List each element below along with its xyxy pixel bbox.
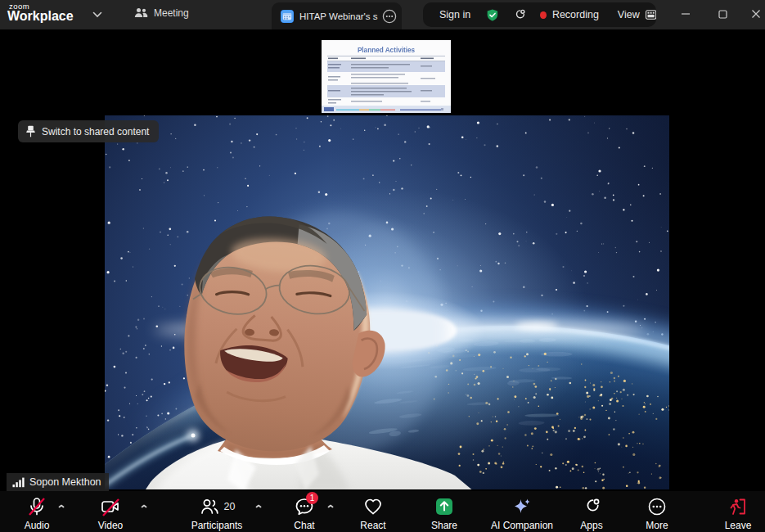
- svg-text:Planned Activities: Planned Activities: [358, 47, 416, 54]
